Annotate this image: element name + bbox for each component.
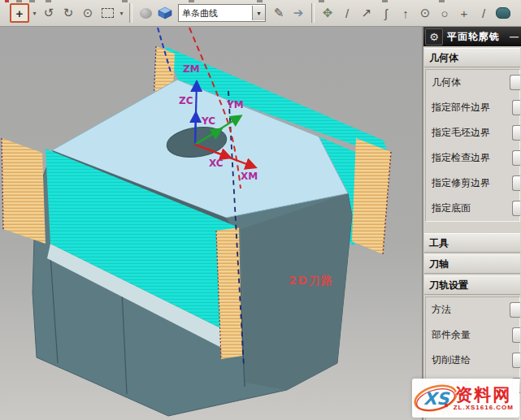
arrow-line-snap-icon[interactable]: ↗ bbox=[358, 4, 376, 22]
zm-axis-label: ZM bbox=[183, 63, 200, 75]
orient-view-icon[interactable]: ↻ bbox=[59, 4, 77, 22]
clipped-field[interactable] bbox=[512, 327, 520, 343]
xm-axis-label: XM bbox=[241, 171, 258, 182]
specify-floor-row[interactable]: 指定底面 bbox=[426, 200, 519, 217]
watermark-name: 资料网 bbox=[455, 386, 511, 404]
part-stock-row[interactable]: 部件余量 bbox=[426, 327, 519, 344]
toolpath-annotation: 2D刀路 bbox=[289, 274, 333, 287]
specify-check-boundary-row[interactable]: 指定检查边界 bbox=[426, 149, 519, 167]
rotate-view-icon[interactable]: ↺ bbox=[40, 4, 58, 22]
specify-part-boundary-row[interactable]: 指定部件边界 bbox=[426, 99, 519, 116]
chevron-down-icon[interactable]: ▾ bbox=[118, 10, 125, 17]
arc-center-snap-icon[interactable]: ⊙ bbox=[416, 4, 434, 22]
clipped-button[interactable] bbox=[512, 100, 520, 115]
method-row[interactable]: 方法 bbox=[426, 301, 519, 318]
scene-3d[interactable]: ZM ZC YM YC XC XM 2D刀路 bbox=[0, 27, 423, 420]
dialog-title: 平面轮廓铣 bbox=[447, 30, 509, 44]
watermark-url: ZL.XS1616.COM bbox=[454, 404, 514, 411]
graphics-viewport[interactable]: ZM ZC YM YC XC XM 2D刀路 bbox=[0, 27, 423, 420]
section-tool-axis[interactable]: 刀轴 bbox=[424, 254, 520, 274]
watermark: XS 资料网 ZL.XS1616.COM bbox=[412, 379, 519, 418]
clipped-icon bbox=[2, 4, 8, 22]
dialog-title-bar[interactable]: ⚙ 平面轮廓铣 — bbox=[423, 27, 521, 46]
slash-snap-icon[interactable]: / bbox=[475, 4, 493, 22]
curve-snap-icon[interactable]: ʃ bbox=[377, 4, 395, 22]
toolbar-separator bbox=[129, 3, 132, 23]
clipped-dropdown[interactable] bbox=[510, 302, 520, 318]
toolbar-separator bbox=[311, 3, 315, 23]
geometry-select-row[interactable]: 几何体 bbox=[426, 74, 519, 91]
ym-axis-label: YM bbox=[226, 99, 244, 110]
minimize-button[interactable]: — bbox=[509, 32, 519, 41]
arrow-icon[interactable]: ➔ bbox=[289, 4, 307, 22]
right-hatch-band bbox=[352, 138, 391, 254]
clipped-button[interactable] bbox=[512, 150, 520, 166]
snap-edit-icon[interactable]: ✎ bbox=[270, 4, 288, 22]
chevron-down-icon[interactable]: ▾ bbox=[31, 10, 38, 17]
quadrant-snap-icon[interactable]: ○ bbox=[436, 4, 454, 22]
yc-axis-label: YC bbox=[201, 115, 215, 127]
specify-blank-boundary-row[interactable]: 指定毛坯边界 bbox=[426, 124, 519, 141]
plus-snap-icon[interactable]: + bbox=[455, 4, 473, 22]
main-toolbar: + ▾ ↺ ↻ ⊙ ▾ 单条曲线 ▼ ✎ ➔ ✥ / ↗ ʃ ↑ ⊙ ○ + / bbox=[0, 0, 521, 27]
specify-trim-boundary-row[interactable]: 指定修剪边界 bbox=[426, 175, 519, 192]
section-geometry[interactable]: 几何体 bbox=[424, 48, 520, 67]
curve-rule-combobox[interactable]: 单条曲线 ▼ bbox=[178, 4, 266, 22]
zc-axis bbox=[195, 113, 196, 145]
clipped-dropdown[interactable] bbox=[510, 75, 520, 90]
snap-crosshair-icon[interactable]: + bbox=[10, 3, 29, 23]
circle-point-icon[interactable]: ⊙ bbox=[79, 4, 97, 22]
milling-dialog-panel: ⚙ 平面轮廓铣 — 几何体 几何体 指定部件边界 指定毛坯边界 指定检查边界 指… bbox=[422, 27, 521, 420]
combo-dropdown-icon[interactable]: ▼ bbox=[252, 6, 265, 20]
clipped-button[interactable] bbox=[512, 201, 520, 216]
section-path-settings[interactable]: 刀轨设置 bbox=[424, 275, 520, 295]
isometric-cube-icon[interactable] bbox=[156, 4, 174, 22]
rectangle-select-icon[interactable] bbox=[98, 4, 116, 22]
shaded-sphere-icon[interactable] bbox=[137, 4, 154, 22]
face-snap-icon[interactable] bbox=[494, 4, 512, 22]
clipped-button[interactable] bbox=[512, 175, 520, 191]
point-snap-icon[interactable]: ↑ bbox=[397, 4, 415, 22]
xc-axis-label: XC bbox=[209, 158, 224, 169]
left-hatch-band bbox=[2, 138, 46, 244]
clipped-field[interactable] bbox=[512, 353, 520, 368]
gear-icon[interactable]: ⚙ bbox=[425, 28, 443, 45]
curve-rule-value: 单条曲线 bbox=[179, 7, 252, 19]
pan-move-icon[interactable]: ✥ bbox=[319, 4, 336, 22]
section-tool[interactable]: 工具 bbox=[424, 233, 520, 253]
zc-axis-label: ZC bbox=[179, 95, 193, 106]
clipped-button[interactable] bbox=[512, 125, 520, 141]
upper-toolbar-fragment bbox=[0, 0, 521, 2]
cut-feed-row[interactable]: 切削进给 bbox=[426, 352, 519, 369]
line-snap-icon[interactable]: / bbox=[338, 4, 356, 22]
geometry-group: 几何体 指定部件边界 指定毛坯边界 指定检查边界 指定修剪边界 指定底面 bbox=[425, 69, 520, 222]
